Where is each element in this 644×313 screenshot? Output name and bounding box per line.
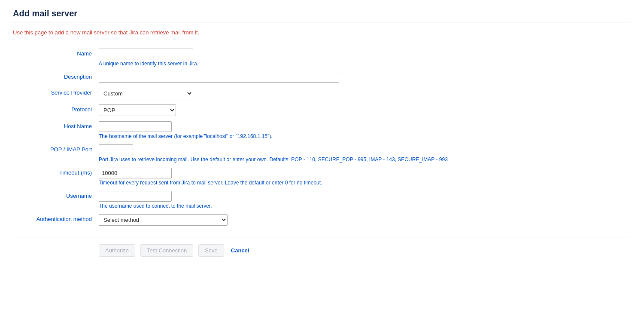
auth-method-select[interactable]: Select method Password OAuth 2.0: [99, 214, 228, 226]
username-input[interactable]: [99, 191, 172, 202]
service-provider-row: Service Provider Custom Google Mail Micr…: [13, 85, 631, 102]
protocol-label: Protocol: [13, 102, 99, 119]
service-provider-select[interactable]: Custom Google Mail Microsoft Exchange: [99, 88, 193, 99]
username-field-cell: The username used to connect to the mail…: [99, 188, 631, 212]
port-row: POP / IMAP Port Port Jira uses to retrie…: [13, 142, 631, 165]
protocol-field-cell: POP IMAP SECURE_POP SECURE_IMAP: [99, 102, 631, 119]
page-subtitle: Use this page to add a new mail server s…: [13, 29, 631, 36]
name-row: Name A unique name to identify this serv…: [13, 46, 631, 69]
save-button[interactable]: Save: [198, 244, 224, 257]
service-provider-label: Service Provider: [13, 85, 99, 102]
page-title: Add mail server: [13, 9, 631, 18]
description-input[interactable]: [99, 72, 339, 83]
hostname-row: Host Name The hostname of the mail serve…: [13, 119, 631, 142]
description-field-cell: [99, 69, 631, 85]
timeout-row: Timeout (ms) Timeout for every request s…: [13, 165, 631, 188]
button-row: Authorize Test Connection Save Cancel: [13, 244, 631, 265]
port-input[interactable]: [99, 144, 133, 155]
form-table: Name A unique name to identify this serv…: [13, 46, 631, 228]
hostname-input[interactable]: [99, 121, 172, 132]
port-hint: Port Jira uses to retrieve incoming mail…: [99, 156, 631, 163]
username-row: Username The username used to connect to…: [13, 188, 631, 212]
name-input[interactable]: [99, 49, 193, 59]
timeout-hint: Timeout for every request sent from Jira…: [99, 180, 631, 186]
username-hint: The username used to connect to the mail…: [99, 203, 631, 209]
name-label: Name: [13, 46, 99, 69]
hostname-hint: The hostname of the mail server (for exa…: [99, 133, 631, 139]
description-label: Description: [13, 69, 99, 85]
page-container: Add mail server Use this page to add a n…: [0, 0, 644, 274]
auth-method-field-cell: Select method Password OAuth 2.0: [99, 212, 631, 228]
timeout-field-cell: Timeout for every request sent from Jira…: [99, 165, 631, 188]
auth-method-row: Authentication method Select method Pass…: [13, 212, 631, 228]
name-hint: A unique name to identify this server in…: [99, 61, 631, 67]
name-field-cell: A unique name to identify this server in…: [99, 46, 631, 69]
port-field-cell: Port Jira uses to retrieve incoming mail…: [99, 142, 631, 165]
hostname-field-cell: The hostname of the mail server (for exa…: [99, 119, 631, 142]
cancel-button[interactable]: Cancel: [229, 245, 251, 256]
timeout-label: Timeout (ms): [13, 165, 99, 188]
test-connection-button[interactable]: Test Connection: [140, 244, 193, 257]
service-provider-field-cell: Custom Google Mail Microsoft Exchange: [99, 85, 631, 102]
title-divider: [13, 22, 631, 22]
username-label: Username: [13, 188, 99, 212]
auth-method-label: Authentication method: [13, 212, 99, 228]
protocol-select[interactable]: POP IMAP SECURE_POP SECURE_IMAP: [99, 104, 176, 116]
timeout-input[interactable]: [99, 168, 172, 178]
hostname-label: Host Name: [13, 119, 99, 142]
bottom-divider: [13, 237, 631, 237]
port-label: POP / IMAP Port: [13, 142, 99, 165]
protocol-row: Protocol POP IMAP SECURE_POP SECURE_IMAP: [13, 102, 631, 119]
authorize-button[interactable]: Authorize: [99, 244, 135, 257]
description-row: Description: [13, 69, 631, 85]
